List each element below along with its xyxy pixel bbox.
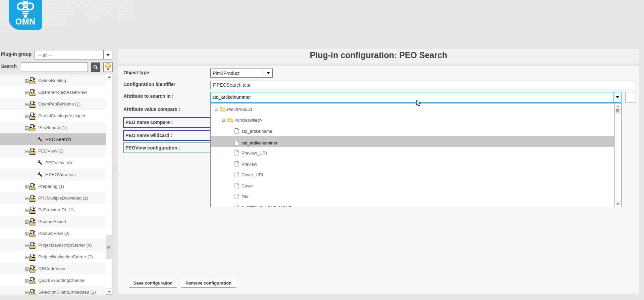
svg-text:OMN: OMN	[15, 17, 36, 26]
